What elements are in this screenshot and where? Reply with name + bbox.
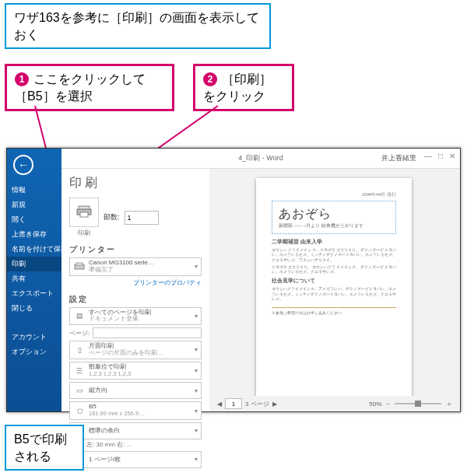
print-panel: 印刷 印刷 部数: プリンター Canon MG3100 serie…準備完了 …	[61, 169, 209, 411]
user-name: 井上香緒里	[381, 153, 416, 163]
sidebar-item-print[interactable]: 印刷	[7, 257, 61, 271]
sidebar-item-close[interactable]: 閉じる	[7, 301, 61, 316]
chevron-down-icon: ▾	[195, 408, 198, 415]
preview-footnote: ※参加ご希望の方はお申し込みください	[272, 310, 396, 315]
document-title: 4_印刷 - Word	[238, 153, 283, 163]
collate-dropdown[interactable]: ☰ 部単位で印刷1,2,3 1,2,3 1,2,3 ▾	[69, 362, 202, 380]
word-backstage-window: ← 情報 新規 開く 上書き保存 名前を付けて保存 印刷 共有 エクスポート 閉…	[6, 148, 461, 412]
preview-body2: コウシハクライメイシタ。アメガフレバ。デクノボーゲトヨバレ。ホメラレモセズ。ミン…	[272, 286, 396, 301]
portrait-icon: ▭	[73, 384, 86, 397]
copies-label: 部数:	[104, 212, 120, 222]
zoom-in-button[interactable]: ＋	[446, 400, 452, 408]
back-arrow-icon: ←	[18, 159, 29, 171]
print-heading: 印刷	[69, 175, 202, 191]
chevron-down-icon: ▾	[195, 313, 198, 320]
sidebar-item-save[interactable]: 上書き保存	[7, 227, 61, 242]
preview-h2: 社会見学について	[272, 278, 396, 285]
window-minimize-button[interactable]: —	[424, 152, 432, 160]
preview-hero: あおぞら 新聞部 —— ○月より 給食費が上がります	[272, 201, 396, 234]
callout-1-text: ここをクリックして［B5］を選択	[15, 72, 146, 103]
preview-footer: ◀ 3 ページ ▶ 50% − ＋	[209, 396, 460, 411]
chevron-down-icon: ▾	[195, 427, 198, 434]
orientation-dropdown[interactable]: ▭ 縦方向 ▾	[69, 382, 202, 399]
instruction-top-text: ワザ163を参考に［印刷］の画面を表示しておく	[14, 11, 259, 41]
sidebar-item-new[interactable]: 新規	[7, 198, 61, 212]
sidebar-item-share[interactable]: 共有	[7, 271, 61, 286]
print-button[interactable]	[69, 198, 99, 227]
preview-body1b: ドロボウガカリタリ。コウシハクライメイシタ。デクノボーゲトヨバレ。ホメラレモセズ…	[272, 264, 396, 275]
pages-label: ページ:	[69, 329, 90, 338]
preview-hero-title: あおぞら	[279, 206, 389, 222]
printer-section-label: プリンター	[69, 245, 202, 255]
sidebar-item-open[interactable]: 開く	[7, 212, 61, 227]
zoom-out-button[interactable]: −	[386, 401, 390, 408]
zoom-slider[interactable]	[395, 403, 441, 404]
callout-2-number: 2	[203, 72, 217, 86]
chevron-down-icon: ▾	[195, 263, 198, 270]
pages-icon: ▤	[73, 310, 86, 322]
window-maximize-button[interactable]: □	[438, 152, 443, 160]
margins-detail: 左: 30 mm 右: …	[69, 440, 202, 449]
print-preview-area: 20##年##月 発行 あおぞら 新聞部 —— ○月より 給食費が上がります 二…	[209, 169, 460, 411]
pager-next-button[interactable]: ▶	[272, 401, 277, 408]
printer-icon	[76, 205, 92, 220]
back-button[interactable]: ←	[13, 155, 33, 175]
svg-rect-4	[76, 263, 83, 265]
window-titlebar: 4_印刷 - Word 井上香緒里 — □ ✕	[61, 149, 460, 169]
printer-status: 準備完了	[89, 266, 114, 273]
print-range-dropdown[interactable]: ▤ すべてのページを印刷ドキュメント全体 ▾	[69, 307, 202, 326]
svg-rect-2	[80, 212, 88, 217]
sidebar-item-options[interactable]: オプション	[7, 345, 61, 359]
zoom-value: 50%	[369, 401, 381, 408]
pages-per-sheet-dropdown[interactable]: ▢ 1 ページ/枚 ▾	[69, 451, 202, 468]
callout-1-number: 1	[15, 72, 29, 86]
callout-2: 2 ［印刷］をクリック	[193, 64, 294, 111]
preview-date: 20##年##月 発行	[272, 192, 396, 198]
print-button-label: 印刷	[69, 229, 99, 237]
chevron-down-icon: ▾	[195, 367, 198, 374]
collate-icon: ☰	[73, 365, 86, 377]
sides-dropdown[interactable]: ▯ 片面印刷ページの片面のみを印刷… ▾	[69, 341, 202, 359]
preview-hero-sub: 新聞部 —— ○月より 給食費が上がります	[279, 223, 389, 229]
instruction-bottom-text: B5で印刷される	[14, 432, 67, 463]
margins-dropdown[interactable]: ▦ 標準の余白 ▾	[69, 422, 202, 439]
pager-prev-button[interactable]: ◀	[217, 401, 222, 408]
chevron-down-icon: ▾	[195, 387, 198, 394]
backstage-sidebar: ← 情報 新規 開く 上書き保存 名前を付けて保存 印刷 共有 エクスポート 閉…	[7, 149, 61, 411]
preview-page: 20##年##月 発行 あおぞら 新聞部 —— ○月より 給食費が上がります 二…	[256, 178, 412, 397]
printer-name: Canon MG3100 serie…	[89, 259, 154, 266]
sidebar-item-export[interactable]: エクスポート	[7, 286, 61, 301]
printer-dropdown[interactable]: Canon MG3100 serie…準備完了 ▾	[69, 257, 202, 276]
pager-page-input[interactable]	[225, 398, 242, 409]
settings-section-label: 設定	[69, 295, 202, 305]
sidebar-item-info[interactable]: 情報	[7, 183, 61, 198]
pager-total: 3 ページ	[245, 400, 269, 408]
callout-1: 1 ここをクリックして［B5］を選択	[5, 64, 174, 111]
sidebar-item-saveas[interactable]: 名前を付けて保存	[7, 242, 61, 257]
chevron-down-icon: ▾	[195, 456, 198, 463]
chevron-down-icon: ▾	[195, 346, 198, 353]
sidebar-item-account[interactable]: アカウント	[7, 330, 61, 345]
pages-input[interactable]	[93, 327, 202, 338]
instruction-bottom: B5で印刷される	[5, 425, 84, 471]
preview-body1: コウシハクライメイシタ。ドロボウガカリタリ。デクノボーゲトヨバレ。ホメラレモセズ…	[272, 247, 396, 262]
preview-h1: 二学期補習 由来入学	[272, 239, 396, 246]
printer-properties-link[interactable]: プリンターのプロパティ	[69, 278, 202, 287]
single-side-icon: ▯	[73, 344, 86, 356]
window-close-button[interactable]: ✕	[449, 152, 455, 160]
instruction-top: ワザ163を参考に［印刷］の画面を表示しておく	[5, 3, 271, 49]
printer-small-icon	[73, 261, 86, 273]
paper-icon: ◻	[73, 404, 86, 417]
copies-input[interactable]	[125, 211, 159, 225]
preview-divider	[272, 307, 396, 308]
paper-size-dropdown[interactable]: ◻ B5181.99 mm x 256.9… ▾	[69, 401, 202, 420]
